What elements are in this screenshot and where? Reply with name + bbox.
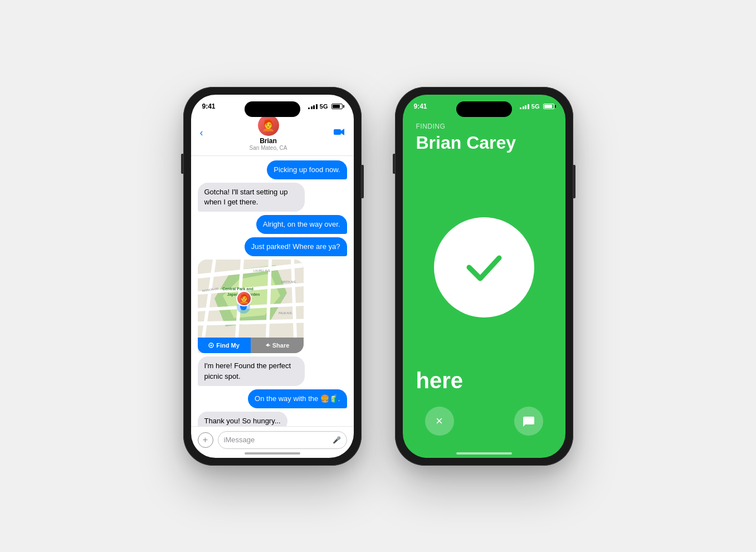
message-button[interactable] — [514, 407, 543, 436]
message-8: Thank you! So hungry... — [198, 412, 347, 426]
messages-network: 5G — [320, 103, 328, 110]
bubble-sent-4: Just parked! Where are ya? — [245, 237, 347, 256]
findmy-status-word: here — [403, 368, 565, 407]
checkmark-icon — [459, 242, 509, 292]
message-5-map: MISSION DR LAUREL AVE NINTH AVE PALM AVE… — [198, 260, 347, 353]
message-7: On the way with the 🍔🧃. — [198, 389, 347, 408]
share-button[interactable]: Share — [251, 338, 304, 353]
message-input-field[interactable]: iMessage 🎤 — [218, 431, 347, 449]
bubble-received-2: Gotcha! I'll start setting up when I get… — [198, 183, 305, 212]
message-1: Picking up food now. — [198, 160, 347, 179]
messages-status-right: 5G — [308, 103, 342, 110]
findmy-button[interactable]: Find My — [198, 338, 251, 353]
map-actions: Find My Share — [198, 338, 304, 353]
home-indicator-findmy — [456, 452, 512, 455]
findmy-status-right: 5G — [520, 103, 554, 110]
battery-fill — [333, 105, 340, 108]
messages-header: ‹ 🧑‍🦰 Brian San Mateo, CA — [191, 113, 354, 156]
messages-time: 9:41 — [202, 102, 216, 110]
close-button[interactable]: × — [425, 407, 454, 436]
messages-body: Picking up food now. Gotcha! I'll start … — [191, 156, 354, 426]
map-bubble[interactable]: MISSION DR LAUREL AVE NINTH AVE PALM AVE… — [198, 260, 304, 353]
message-6: I'm here! Found the perfect picnic spot. — [198, 356, 347, 385]
message-2: Gotcha! I'll start setting up when I get… — [198, 183, 347, 212]
findmy-battery-fill — [544, 105, 552, 108]
svg-point-21 — [211, 345, 212, 346]
contact-info[interactable]: 🧑‍🦰 Brian San Mateo, CA — [250, 115, 287, 151]
bubble-received-8: Thank you! So hungry... — [198, 412, 287, 426]
findmy-screen: 9:41 5G — [403, 95, 565, 458]
signal-bars — [308, 104, 318, 109]
checkmark-container — [403, 167, 565, 368]
findmy-battery-icon — [543, 104, 554, 109]
video-call-button[interactable] — [334, 127, 345, 139]
bubble-sent-1: Picking up food now. — [267, 160, 347, 179]
dynamic-island — [245, 101, 300, 117]
back-button[interactable]: ‹ — [200, 127, 203, 139]
messages-screen: 9:41 5G — [191, 95, 354, 458]
messages-phone: 9:41 5G — [183, 87, 362, 466]
map-area: MISSION DR LAUREL AVE NINTH AVE PALM AVE… — [198, 260, 304, 338]
bubble-received-6: I'm here! Found the perfect picnic spot. — [198, 356, 305, 385]
message-3: Alright, on the way over. — [198, 215, 347, 234]
message-placeholder: iMessage — [224, 436, 255, 444]
svg-line-7 — [198, 321, 304, 324]
checkmark-circle — [434, 217, 534, 317]
bubble-sent-7: On the way with the 🍔🧃. — [248, 389, 347, 408]
contact-avatar: 🧑‍🦰 — [258, 115, 279, 136]
bubble-sent-3: Alright, on the way over. — [256, 215, 347, 234]
svg-text:NINTH AVE: NINTH AVE — [281, 280, 296, 284]
message-icon — [522, 414, 535, 428]
mic-icon: 🎤 — [333, 436, 341, 444]
findmy-contact-name: Brian Carey — [403, 133, 565, 167]
findmy-time: 9:41 — [414, 102, 427, 110]
message-4: Just parked! Where are ya? — [198, 237, 347, 256]
battery-icon — [331, 104, 343, 109]
findmy-action-buttons: × — [403, 407, 565, 458]
svg-text:LAUREL AVE: LAUREL AVE — [253, 269, 271, 272]
findmy-phone: 9:41 5G — [395, 87, 573, 466]
svg-text:Central Park and: Central Park and — [222, 287, 253, 291]
contact-location: San Mateo, CA — [250, 145, 287, 151]
dynamic-island-findmy — [456, 101, 512, 117]
map-pin-avatar: 🧑‍🦰 — [236, 291, 252, 306]
svg-rect-0 — [334, 129, 341, 135]
home-indicator-messages — [245, 452, 300, 455]
svg-text:PALM AVE: PALM AVE — [279, 311, 292, 315]
findmy-network: 5G — [531, 103, 540, 110]
add-attachment-button[interactable]: + — [198, 432, 213, 448]
close-icon: × — [436, 414, 443, 428]
contact-name: Brian — [260, 137, 277, 145]
findmy-signal-bars — [520, 104, 529, 109]
